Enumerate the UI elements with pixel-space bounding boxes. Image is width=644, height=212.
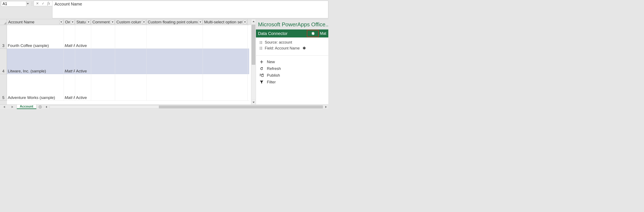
svg-marker-6 [199,22,202,23]
filter-dropdown-icon[interactable] [87,20,90,24]
cell-multi-select[interactable] [203,25,248,49]
svg-marker-9 [252,102,255,103]
cell-comments[interactable] [91,49,115,74]
cell-multi-select[interactable] [203,74,248,101]
filter-label: Filter [267,80,276,84]
filter-dropdown-icon[interactable] [198,20,202,24]
cell-extra[interactable] [248,74,249,101]
tab-nav-arrows[interactable] [0,105,17,109]
add-sheet-button[interactable] [36,105,44,109]
table-row: Adventure Works (sample) Matt P Active [7,74,251,101]
name-box-dropdown-icon[interactable] [26,3,29,4]
plus-icon [259,60,264,64]
cell-owner[interactable]: Matt P [64,49,75,74]
cell-custom-fp[interactable] [146,49,203,74]
filter-dropdown-icon[interactable] [142,20,146,24]
cell-comments[interactable] [91,74,115,101]
svg-marker-7 [244,22,246,23]
formula-bar-buttons: ✕ ✓ fx [34,1,52,6]
hscroll-track[interactable] [50,106,323,108]
name-box[interactable]: A1 [1,1,26,6]
column-header-multi-select[interactable]: Multi-select option set [203,19,248,25]
list-icon [259,41,263,44]
settings-button[interactable] [307,30,319,37]
fx-icon[interactable]: fx [47,1,50,6]
svg-marker-0 [27,3,29,4]
formula-bar-divider: ⋮ [31,1,33,6]
cell-status[interactable]: Active [75,49,91,74]
svg-marker-2 [72,22,74,23]
panel-bar-title: Data Connector [258,31,307,36]
panel-user: Mat [320,31,326,36]
cell-status[interactable]: Active [75,74,91,101]
horizontal-scrollbar[interactable] [44,105,328,109]
filter-dropdown-icon[interactable] [71,20,74,24]
filter-icon [259,81,264,84]
cell-account-name[interactable]: Fourth Coffee (sample) [7,25,64,49]
column-header-custom-floating-point[interactable]: Custom floating point column [146,19,203,25]
svg-marker-4 [112,22,114,23]
hscroll-thumb[interactable] [159,106,323,108]
required-icon: ✱ [303,46,306,50]
info-field: Field: Account Name ✱ [259,45,325,51]
formula-input[interactable]: Account Name [52,1,328,18]
column-header-extra[interactable] [248,19,249,25]
cell-custom-column[interactable] [115,49,146,74]
vertical-scrollbar[interactable] [251,19,256,104]
scroll-right-icon[interactable] [324,106,328,108]
column-header-custom-column[interactable]: Custom column [115,19,146,25]
publish-button[interactable]: Publish [259,72,325,79]
filter-dropdown-icon[interactable] [111,20,114,24]
cell-comments[interactable] [91,25,115,49]
cell-custom-column[interactable] [115,74,146,101]
column-header-account-name[interactable]: Account Name [7,19,64,25]
cell-account-name[interactable]: Adventure Works (sample) [7,74,64,101]
scroll-down-icon[interactable] [251,100,256,104]
filter-dropdown-icon[interactable] [243,20,247,24]
cell-custom-fp[interactable] [146,25,203,49]
column-header-owner[interactable]: Ow [64,19,75,25]
cell-extra[interactable] [248,49,249,74]
cell-owner[interactable]: Matt P [64,74,75,101]
new-button[interactable]: New [259,58,325,65]
powerapps-panel: Microsoft PowerApps Office.. Data Connec… [256,19,328,104]
scroll-track[interactable] [251,24,256,100]
cell-custom-fp[interactable] [146,74,203,101]
refresh-label: Refresh [267,66,281,71]
publish-label: Publish [267,73,280,78]
cell-status[interactable]: Active [75,25,91,49]
panel-info: Source: account Field: Account Name ✱ [256,38,328,56]
row-headers: 3 4 5 [0,19,7,104]
scroll-left-icon[interactable] [44,106,48,108]
name-box-value: A1 [2,2,7,6]
svg-rect-27 [262,74,263,77]
svg-marker-29 [3,106,5,108]
filter-button[interactable]: Filter [259,79,325,86]
column-header-comments[interactable]: Comments [91,19,115,25]
scroll-thumb[interactable] [252,25,255,65]
list-icon [259,47,263,50]
svg-marker-5 [143,22,145,23]
svg-marker-35 [325,106,327,108]
select-all-corner[interactable] [0,19,7,25]
cancel-icon[interactable]: ✕ [36,2,39,6]
row-header[interactable]: 4 [0,49,7,74]
row-header[interactable]: 3 [0,25,7,49]
svg-marker-34 [46,106,47,108]
cell-account-name[interactable]: Litware, Inc. (sample) [7,49,64,74]
confirm-icon[interactable]: ✓ [42,2,44,6]
cell-owner[interactable]: Matt P [64,25,75,49]
filter-dropdown-icon[interactable] [59,20,63,24]
scroll-up-icon[interactable] [251,19,256,24]
column-header-status[interactable]: Status [75,19,91,25]
panel-title: Microsoft PowerApps Office.. [256,19,328,30]
refresh-button[interactable]: Refresh [259,65,325,72]
cell-multi-select[interactable] [203,49,248,74]
svg-marker-28 [260,81,263,84]
info-source-label: Source: account [265,40,292,45]
sheet-tab-active[interactable]: Account [17,105,36,109]
publish-icon [259,74,264,77]
cell-extra[interactable] [248,25,249,49]
row-header[interactable]: 5 [0,74,7,101]
cell-custom-column[interactable] [115,25,146,49]
